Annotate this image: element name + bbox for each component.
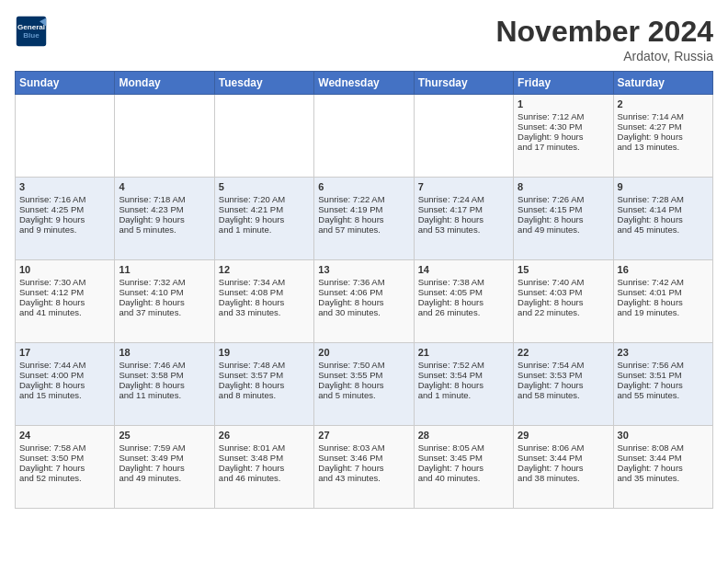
day-info-line: Sunset: 3:49 PM bbox=[119, 453, 210, 463]
day-info-line: Sunrise: 7:40 AM bbox=[518, 277, 609, 287]
day-info-line: and 37 minutes. bbox=[119, 307, 210, 317]
day-info-line: Sunset: 4:21 PM bbox=[219, 204, 310, 214]
day-info-line: Daylight: 8 hours bbox=[318, 297, 409, 307]
calendar-cell: 10Sunrise: 7:30 AMSunset: 4:12 PMDayligh… bbox=[16, 260, 115, 343]
day-info-line: Daylight: 8 hours bbox=[119, 380, 210, 390]
calendar-cell bbox=[414, 95, 513, 178]
day-number: 29 bbox=[518, 430, 609, 441]
calendar-week-row: 1Sunrise: 7:12 AMSunset: 4:30 PMDaylight… bbox=[16, 95, 713, 178]
day-number: 12 bbox=[219, 264, 310, 275]
day-info-line: Sunset: 4:10 PM bbox=[119, 287, 210, 297]
day-info-line: and 17 minutes. bbox=[518, 142, 609, 152]
day-number: 3 bbox=[19, 181, 110, 192]
day-info-line: and 43 minutes. bbox=[318, 473, 409, 483]
day-info-line: Daylight: 8 hours bbox=[418, 297, 509, 307]
day-info-line: Daylight: 8 hours bbox=[219, 297, 310, 307]
day-info-line: and 26 minutes. bbox=[418, 307, 509, 317]
calendar-cell: 17Sunrise: 7:44 AMSunset: 4:00 PMDayligh… bbox=[16, 343, 115, 426]
calendar-cell: 30Sunrise: 8:08 AMSunset: 3:44 PMDayligh… bbox=[613, 426, 712, 509]
calendar-cell bbox=[115, 95, 214, 178]
day-info-line: Sunset: 4:19 PM bbox=[318, 204, 409, 214]
day-info-line: and 1 minute. bbox=[418, 390, 509, 400]
day-info-line: Daylight: 8 hours bbox=[518, 297, 609, 307]
day-info-line: Sunrise: 7:46 AM bbox=[119, 360, 210, 370]
day-info-line: Sunset: 4:27 PM bbox=[618, 121, 709, 132]
day-info-line: Sunset: 3:44 PM bbox=[618, 453, 709, 463]
day-info-line: and 13 minutes. bbox=[618, 142, 709, 152]
weekday-header-monday: Monday bbox=[115, 72, 214, 95]
calendar-cell: 6Sunrise: 7:22 AMSunset: 4:19 PMDaylight… bbox=[314, 178, 414, 260]
logo-icon: General Blue bbox=[15, 15, 48, 48]
day-info-line: Sunset: 3:50 PM bbox=[19, 453, 110, 463]
day-info-line: and 1 minute. bbox=[219, 224, 310, 235]
calendar-week-row: 24Sunrise: 7:58 AMSunset: 3:50 PMDayligh… bbox=[16, 426, 713, 509]
weekday-header-saturday: Saturday bbox=[613, 72, 712, 95]
day-info-line: Daylight: 8 hours bbox=[318, 380, 409, 390]
calendar-cell: 26Sunrise: 8:01 AMSunset: 3:48 PMDayligh… bbox=[214, 426, 313, 509]
day-info-line: Sunset: 3:58 PM bbox=[119, 370, 210, 380]
svg-text:General: General bbox=[17, 23, 45, 31]
day-info-line: and 8 minutes. bbox=[219, 390, 310, 400]
calendar-cell: 14Sunrise: 7:38 AMSunset: 4:05 PMDayligh… bbox=[414, 260, 513, 343]
day-info-line: and 58 minutes. bbox=[518, 390, 609, 400]
day-number: 23 bbox=[618, 347, 709, 358]
calendar-cell: 18Sunrise: 7:46 AMSunset: 3:58 PMDayligh… bbox=[115, 343, 214, 426]
day-info-line: Sunrise: 8:03 AM bbox=[318, 442, 409, 453]
day-number: 1 bbox=[518, 98, 609, 109]
day-number: 20 bbox=[318, 347, 409, 358]
day-info-line: Sunset: 4:14 PM bbox=[618, 204, 709, 214]
day-info-line: Daylight: 7 hours bbox=[418, 463, 509, 473]
day-info-line: Daylight: 7 hours bbox=[19, 463, 110, 473]
day-info-line: Daylight: 7 hours bbox=[518, 463, 609, 473]
day-info-line: Daylight: 8 hours bbox=[219, 380, 310, 390]
day-info-line: Sunrise: 7:48 AM bbox=[219, 360, 310, 370]
day-info-line: Sunrise: 7:14 AM bbox=[618, 111, 709, 121]
day-info-line: Sunrise: 7:36 AM bbox=[318, 277, 409, 287]
day-info-line: Sunrise: 8:06 AM bbox=[518, 442, 609, 453]
day-number: 9 bbox=[618, 181, 709, 192]
day-info-line: Sunrise: 7:20 AM bbox=[219, 194, 310, 204]
day-number: 21 bbox=[418, 347, 509, 358]
day-number: 10 bbox=[19, 264, 110, 275]
day-number: 15 bbox=[518, 264, 609, 275]
logo: General Blue bbox=[15, 15, 48, 48]
day-info-line: Sunset: 3:53 PM bbox=[518, 370, 609, 380]
calendar-cell: 24Sunrise: 7:58 AMSunset: 3:50 PMDayligh… bbox=[16, 426, 115, 509]
day-number: 19 bbox=[219, 347, 310, 358]
day-info-line: Sunset: 4:00 PM bbox=[19, 370, 110, 380]
day-info-line: Sunset: 3:45 PM bbox=[418, 453, 509, 463]
day-number: 30 bbox=[618, 430, 709, 441]
calendar-cell: 15Sunrise: 7:40 AMSunset: 4:03 PMDayligh… bbox=[514, 260, 613, 343]
day-info-line: Sunset: 3:51 PM bbox=[618, 370, 709, 380]
day-info-line: Sunset: 3:57 PM bbox=[219, 370, 310, 380]
day-info-line: and 30 minutes. bbox=[318, 307, 409, 317]
day-info-line: Daylight: 9 hours bbox=[219, 214, 310, 224]
day-info-line: and 41 minutes. bbox=[19, 307, 110, 317]
day-info-line: Sunrise: 7:59 AM bbox=[119, 442, 210, 453]
calendar-cell: 2Sunrise: 7:14 AMSunset: 4:27 PMDaylight… bbox=[613, 95, 712, 178]
day-info-line: and 49 minutes. bbox=[518, 224, 609, 235]
day-info-line: and 35 minutes. bbox=[618, 473, 709, 483]
svg-text:Blue: Blue bbox=[23, 31, 40, 40]
day-info-line: Sunrise: 7:38 AM bbox=[418, 277, 509, 287]
day-number: 22 bbox=[518, 347, 609, 358]
calendar-week-row: 10Sunrise: 7:30 AMSunset: 4:12 PMDayligh… bbox=[16, 260, 713, 343]
calendar-week-row: 3Sunrise: 7:16 AMSunset: 4:25 PMDaylight… bbox=[16, 178, 713, 260]
day-info-line: Daylight: 9 hours bbox=[19, 214, 110, 224]
calendar-cell: 21Sunrise: 7:52 AMSunset: 3:54 PMDayligh… bbox=[414, 343, 513, 426]
day-info-line: Daylight: 7 hours bbox=[618, 463, 709, 473]
day-info-line: Daylight: 8 hours bbox=[518, 214, 609, 224]
calendar-cell: 5Sunrise: 7:20 AMSunset: 4:21 PMDaylight… bbox=[214, 178, 313, 260]
day-info-line: Sunset: 4:01 PM bbox=[618, 287, 709, 297]
location-subtitle: Ardatov, Russia bbox=[495, 49, 713, 63]
day-info-line: Daylight: 8 hours bbox=[618, 214, 709, 224]
day-info-line: Sunrise: 7:18 AM bbox=[119, 194, 210, 204]
day-info-line: Daylight: 7 hours bbox=[219, 463, 310, 473]
day-number: 18 bbox=[119, 347, 210, 358]
day-number: 4 bbox=[119, 181, 210, 192]
day-number: 24 bbox=[19, 430, 110, 441]
day-info-line: and 9 minutes. bbox=[19, 224, 110, 235]
day-number: 27 bbox=[318, 430, 409, 441]
weekday-header-thursday: Thursday bbox=[414, 72, 513, 95]
day-info-line: Daylight: 8 hours bbox=[119, 297, 210, 307]
